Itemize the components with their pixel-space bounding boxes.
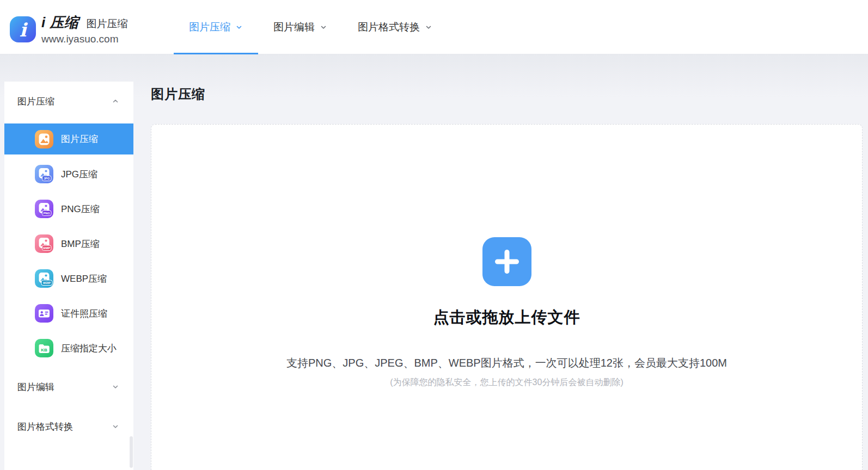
chevron-up-icon [112, 97, 119, 105]
nav-item-image-compress[interactable]: 图片压缩 [174, 0, 258, 54]
sidebar-item-label: PNG压缩 [61, 203, 100, 215]
sidebar-item-bmp-compress[interactable]: BMP BMP压缩 [4, 226, 133, 261]
sidebar-section-format-convert[interactable]: 图片格式转换 [4, 416, 133, 437]
bmp-compress-icon: BMP [35, 234, 53, 253]
sidebar-item-image-compress[interactable]: 图片压缩 [4, 123, 133, 154]
sidebar-item-jpg-compress[interactable]: JPG JPG压缩 [4, 157, 133, 191]
nav-item-label: 图片编辑 [273, 20, 315, 34]
nav-item-image-edit[interactable]: 图片编辑 [258, 0, 343, 54]
image-compress-icon [35, 130, 53, 149]
sidebar-item-label: 压缩指定大小 [61, 342, 117, 355]
sidebar-section-image-edit[interactable]: 图片编辑 [4, 376, 133, 398]
page-title: 图片压缩 [151, 85, 205, 103]
main-nav: 图片压缩 图片编辑 图片格式转换 [174, 0, 448, 54]
id-photo-compress-icon [35, 304, 53, 323]
kb-badge-label: KB [41, 348, 47, 352]
nav-item-label: 图片压缩 [189, 20, 230, 34]
sidebar-section-label: 图片压缩 [17, 95, 54, 108]
sidebar-item-label: JPG压缩 [61, 168, 97, 181]
upload-dropzone[interactable]: 点击或拖放上传文件 支持PNG、JPG、JPEG、BMP、WEBP图片格式，一次… [151, 124, 863, 470]
brand-logo[interactable]: i i 压缩 图片压缩 www.iyasuo.com [10, 13, 127, 45]
webp-compress-icon: WEBP [35, 269, 53, 288]
png-compress-icon: PNG [35, 200, 53, 218]
nav-item-label: 图片格式转换 [358, 20, 420, 34]
upload-plus-button[interactable] [482, 237, 531, 286]
sidebar-item-label: WEBP压缩 [61, 273, 107, 285]
sidebar-item-webp-compress[interactable]: WEBP WEBP压缩 [4, 261, 133, 296]
sidebar-section-label: 图片格式转换 [17, 420, 73, 433]
upload-heading: 点击或拖放上传文件 [433, 307, 580, 329]
brand-subtitle: 图片压缩 [86, 17, 127, 31]
active-tab-indicator [174, 53, 258, 54]
sidebar-item-label: 图片压缩 [61, 133, 98, 145]
sidebar-item-png-compress[interactable]: PNG PNG压缩 [4, 191, 133, 226]
sidebar-item-target-size-compress[interactable]: KB 压缩指定大小 [4, 331, 133, 366]
app-window: i i 压缩 图片压缩 www.iyasuo.com 图片压缩 图片编辑 [0, 0, 868, 470]
brand-name: i 压缩 [41, 13, 78, 32]
sidebar-item-label: BMP压缩 [61, 238, 100, 250]
brand-url: www.iyasuo.com [41, 33, 127, 45]
sidebar-scrollbar-thumb[interactable] [130, 436, 133, 468]
chevron-down-icon [425, 23, 432, 31]
chevron-down-icon [112, 423, 119, 430]
upload-privacy-text: (为保障您的隐私安全，您上传的文件30分钟后会被自动删除) [390, 377, 623, 388]
sidebar: 图片压缩 图片压缩 [4, 82, 133, 470]
brand-logo-icon: i [10, 16, 36, 42]
png-badge-label: PNG [43, 212, 50, 215]
bmp-badge-label: BMP [43, 246, 50, 250]
chevron-down-icon [235, 23, 243, 31]
sidebar-item-id-photo-compress[interactable]: 证件照压缩 [4, 296, 133, 331]
chevron-down-icon [112, 383, 119, 391]
nav-item-format-convert[interactable]: 图片格式转换 [343, 0, 448, 54]
chevron-down-icon [320, 23, 327, 31]
upload-support-text: 支持PNG、JPG、JPEG、BMP、WEBP图片格式，一次可以处理12张，会员… [286, 356, 727, 370]
sidebar-item-label: 证件照压缩 [61, 307, 107, 320]
target-size-compress-icon: KB [35, 339, 53, 357]
sidebar-section-image-compress[interactable]: 图片压缩 [4, 90, 133, 112]
jpg-badge-label: JPG [44, 177, 50, 180]
top-header: i i 压缩 图片压缩 www.iyasuo.com 图片压缩 图片编辑 [0, 0, 868, 54]
brand-text: i 压缩 图片压缩 www.iyasuo.com [41, 13, 127, 45]
jpg-compress-icon: JPG [35, 165, 53, 183]
webp-badge-label: WEBP [43, 282, 51, 285]
sidebar-section-label: 图片编辑 [17, 381, 54, 393]
plus-icon [494, 249, 519, 274]
